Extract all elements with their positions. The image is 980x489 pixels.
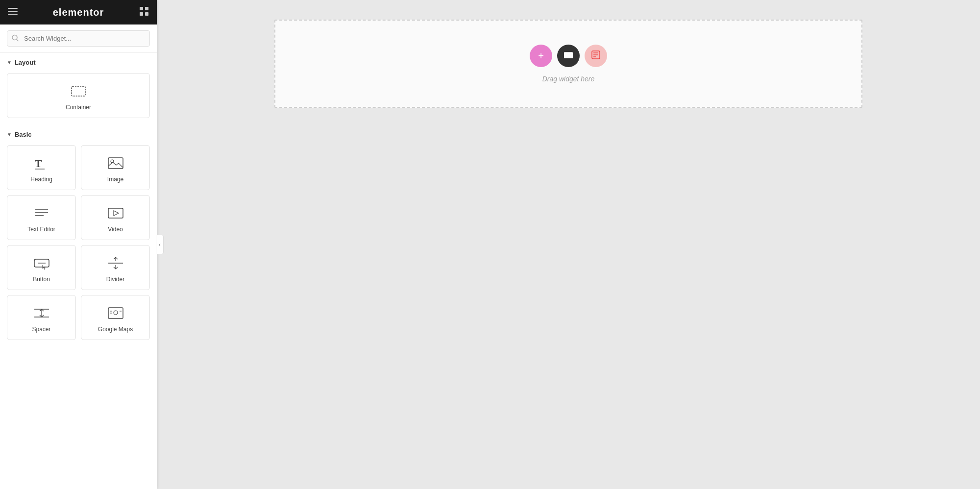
news-icon (590, 49, 601, 63)
divider-icon (107, 254, 124, 272)
news-button[interactable] (585, 45, 607, 67)
widget-divider[interactable]: Divider (81, 245, 150, 290)
grid-icon[interactable] (139, 6, 149, 18)
svg-rect-1 (8, 11, 18, 12)
svg-point-27 (114, 311, 118, 315)
widget-google-maps[interactable]: Google Maps (81, 295, 150, 340)
button-icon (33, 254, 50, 272)
svg-rect-32 (564, 53, 573, 58)
widget-image-label: Image (107, 176, 123, 183)
svg-rect-5 (140, 12, 143, 16)
widget-container-label: Container (66, 104, 91, 111)
widget-container[interactable]: Container (7, 73, 150, 118)
plus-icon: + (538, 50, 544, 62)
svg-rect-12 (108, 158, 123, 169)
svg-rect-17 (108, 208, 123, 218)
svg-line-8 (17, 39, 18, 41)
folder-button[interactable] (557, 45, 580, 67)
svg-marker-18 (114, 211, 119, 216)
search-area (0, 24, 157, 53)
logo: elementor (53, 7, 104, 18)
folder-icon (563, 49, 574, 63)
spacer-icon (33, 304, 50, 322)
drop-zone-buttons: + (530, 45, 607, 67)
widget-text-editor[interactable]: Text Editor (7, 195, 76, 240)
canvas-area: + (157, 0, 980, 489)
svg-rect-9 (72, 86, 85, 96)
widget-image[interactable]: Image (81, 145, 150, 190)
svg-rect-0 (8, 8, 18, 9)
widget-spacer-label: Spacer (32, 326, 50, 333)
section-basic-label: Basic (15, 131, 32, 138)
section-layout-header[interactable]: ▼ Layout (0, 53, 157, 70)
text-editor-icon (33, 204, 50, 222)
google-maps-icon (107, 304, 124, 322)
widget-video[interactable]: Video (81, 195, 150, 240)
sidebar: elementor ▼ Layout (0, 0, 157, 489)
svg-rect-4 (145, 7, 148, 10)
canvas-container: + (274, 20, 862, 108)
top-header: elementor (0, 0, 157, 24)
image-icon (107, 154, 124, 172)
collapse-arrow-icon: ‹ (159, 242, 160, 247)
search-icon (12, 34, 19, 43)
basic-widget-grid: T Heading Image (0, 142, 157, 347)
widget-heading-label: Heading (30, 176, 52, 183)
drop-zone-label: Drag widget here (542, 75, 595, 83)
chevron-layout-icon: ▼ (7, 60, 12, 65)
svg-rect-2 (8, 14, 18, 15)
svg-text:T: T (35, 157, 42, 170)
heading-icon: T (33, 154, 50, 172)
section-layout-label: Layout (15, 59, 36, 66)
video-icon (107, 204, 124, 222)
svg-rect-3 (140, 7, 143, 10)
widget-google-maps-label: Google Maps (98, 326, 133, 333)
widget-button-label: Button (33, 276, 50, 283)
widget-button[interactable]: Button (7, 245, 76, 290)
section-layout: ▼ Layout Container (0, 53, 157, 125)
widget-divider-label: Divider (106, 276, 124, 283)
search-input[interactable] (7, 30, 150, 47)
widget-video-label: Video (108, 226, 122, 233)
section-basic-header[interactable]: ▼ Basic (0, 125, 157, 142)
drop-zone[interactable]: + (274, 20, 862, 108)
widget-text-editor-label: Text Editor (27, 226, 55, 233)
hamburger-icon[interactable] (8, 6, 18, 18)
layout-widget-grid: Container (0, 70, 157, 125)
chevron-basic-icon: ▼ (7, 132, 12, 137)
svg-rect-6 (145, 12, 148, 16)
add-widget-button[interactable]: + (530, 45, 552, 67)
section-basic: ▼ Basic T Heading (0, 125, 157, 347)
container-icon (70, 82, 87, 100)
widget-spacer[interactable]: Spacer (7, 295, 76, 340)
widget-heading[interactable]: T Heading (7, 145, 76, 190)
collapse-handle[interactable]: ‹ (156, 235, 164, 254)
